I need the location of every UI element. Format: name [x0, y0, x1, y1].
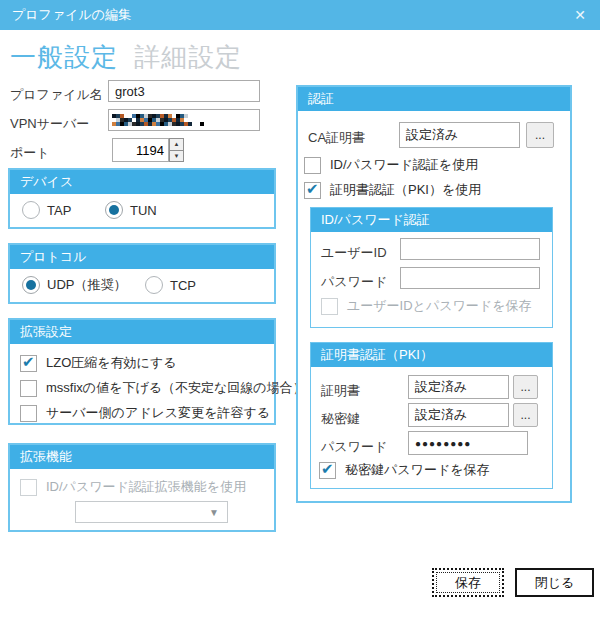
- radio-tcp-icon: [145, 276, 163, 294]
- radio-tap[interactable]: TAP: [22, 201, 71, 219]
- port-down-button[interactable]: ▼: [169, 151, 184, 163]
- idpw-auth-group-header: ID/パスワード認証: [311, 208, 552, 232]
- user-id-input[interactable]: [400, 238, 540, 260]
- vpn-server-masked-value: [112, 114, 224, 127]
- checkbox-save-idpw-icon: [321, 298, 338, 315]
- extensions-group-header: 拡張機能: [10, 445, 274, 469]
- checkbox-lzo-icon: [20, 355, 37, 372]
- port-input[interactable]: 1194: [112, 138, 169, 162]
- port-up-button[interactable]: ▲: [169, 138, 184, 151]
- checkbox-use-idpw-auth-icon: [304, 157, 321, 174]
- device-group: デバイス TAP TUN: [8, 168, 276, 229]
- close-icon[interactable]: ✕: [574, 0, 586, 30]
- profile-name-label: プロファイル名: [10, 86, 103, 104]
- idpw-auth-group: ID/パスワード認証 ユーザーID パスワード ユーザーIDとパスワードを保存: [310, 207, 553, 328]
- radio-tcp[interactable]: TCP: [145, 276, 196, 294]
- checkbox-lzo[interactable]: LZO圧縮を有効にする: [20, 354, 177, 372]
- radio-tun[interactable]: TUN: [105, 201, 157, 219]
- checkbox-idpw-extension-icon: [20, 479, 37, 496]
- checkbox-save-key-password[interactable]: 秘密鍵パスワードを保存: [319, 461, 490, 479]
- cert-browse-button[interactable]: ...: [513, 375, 538, 399]
- auth-group-header: 認証: [298, 87, 570, 111]
- user-id-label: ユーザーID: [321, 244, 387, 262]
- extensions-group: 拡張機能 ID/パスワード認証拡張機能を使用 ▼: [8, 443, 276, 532]
- window-title: プロファイルの編集: [12, 7, 131, 22]
- vpn-server-input[interactable]: [108, 109, 260, 131]
- ca-cert-label: CA証明書: [308, 129, 365, 147]
- ca-cert-input[interactable]: 設定済み: [399, 122, 520, 148]
- checkbox-idpw-extension: ID/パスワード認証拡張機能を使用: [20, 478, 246, 496]
- edit-profile-dialog: プロファイルの編集 ✕ 一般設定 詳細設定 プロファイル名 grot3 VPNサ…: [0, 0, 600, 628]
- checkbox-mssfix[interactable]: mssfixの値を下げる（不安定な回線の場合）: [20, 379, 306, 397]
- pki-password-label: パスワード: [321, 438, 387, 456]
- radio-tap-icon: [22, 201, 40, 219]
- checkbox-float-icon: [20, 405, 37, 422]
- checkbox-mssfix-icon: [20, 380, 37, 397]
- protocol-group-header: プロトコル: [10, 245, 274, 269]
- idpw-password-input[interactable]: [400, 267, 540, 289]
- close-button[interactable]: 閉じる: [515, 568, 594, 597]
- checkbox-save-idpw: ユーザーIDとパスワードを保存: [321, 297, 531, 315]
- extended-settings-header: 拡張設定: [10, 320, 274, 344]
- private-key-input[interactable]: 設定済み: [408, 403, 509, 427]
- private-key-label: 秘密鍵: [321, 410, 360, 428]
- port-label: ポート: [10, 144, 50, 162]
- private-key-browse-button[interactable]: ...: [513, 403, 538, 427]
- checkbox-save-key-password-icon: [319, 462, 336, 479]
- tab-bar: 一般設定 詳細設定: [10, 40, 242, 75]
- extended-settings-group: 拡張設定 LZO圧縮を有効にする mssfixの値を下げる（不安定な回線の場合）…: [8, 318, 276, 425]
- protocol-group: プロトコル UDP（推奨） TCP: [8, 243, 276, 304]
- vpn-server-label: VPNサーバー: [10, 115, 89, 133]
- radio-tun-icon: [105, 201, 123, 219]
- pki-auth-group: 証明書認証（PKI） 証明書 設定済み ... 秘密鍵 設定済み ... パスワ…: [310, 342, 553, 489]
- tab-advanced[interactable]: 詳細設定: [134, 40, 242, 75]
- pki-auth-group-header: 証明書認証（PKI）: [311, 343, 552, 367]
- checkbox-float[interactable]: サーバー側のアドレス変更を許容する: [20, 404, 270, 422]
- radio-udp-icon: [22, 276, 40, 294]
- checkbox-use-pki-auth[interactable]: 証明書認証（PKI）を使用: [304, 181, 481, 199]
- chevron-down-icon: ▼: [209, 507, 219, 518]
- device-group-header: デバイス: [10, 170, 274, 194]
- checkbox-use-idpw-auth[interactable]: ID/パスワード認証を使用: [304, 156, 478, 174]
- save-button[interactable]: 保存: [432, 568, 504, 597]
- ca-cert-browse-button[interactable]: ...: [526, 122, 554, 148]
- radio-udp[interactable]: UDP（推奨）: [22, 276, 126, 294]
- tab-general[interactable]: 一般設定: [10, 40, 118, 75]
- pki-password-input[interactable]: ●●●●●●●●: [408, 431, 528, 455]
- checkbox-use-pki-auth-icon: [304, 182, 321, 199]
- idpw-password-label: パスワード: [321, 273, 387, 291]
- cert-label: 証明書: [321, 382, 360, 400]
- idpw-extension-select: ▼: [75, 501, 228, 523]
- profile-name-input[interactable]: grot3: [108, 80, 260, 102]
- titlebar: プロファイルの編集 ✕: [0, 0, 600, 30]
- cert-input[interactable]: 設定済み: [408, 375, 509, 399]
- port-stepper: 1194 ▲ ▼: [112, 138, 184, 162]
- auth-group: 認証 CA証明書 設定済み ... ID/パスワード認証を使用 証明書認証（PK…: [296, 85, 572, 503]
